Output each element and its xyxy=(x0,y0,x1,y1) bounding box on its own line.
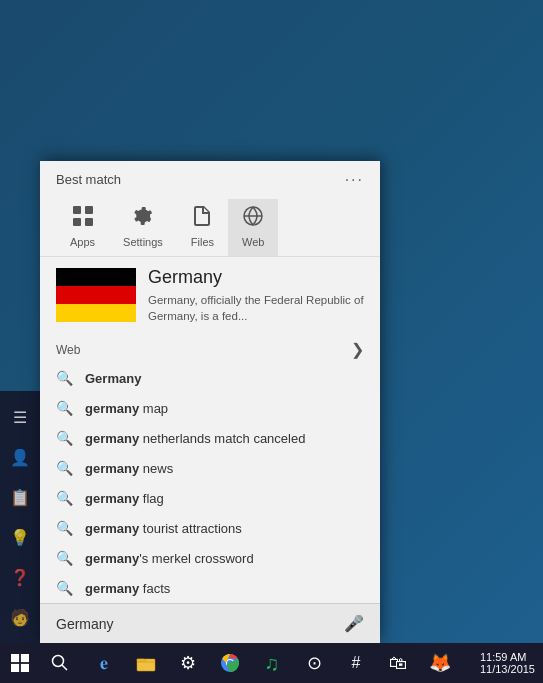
search-icon-0: 🔍 xyxy=(56,370,73,386)
search-icon-1: 🔍 xyxy=(56,400,73,416)
taskbar-right: 11:59 AM11/13/2015 xyxy=(480,651,543,675)
flag-stripe-yellow xyxy=(56,304,136,322)
search-icon-4: 🔍 xyxy=(56,490,73,506)
sidebar-icon-bulb[interactable]: 💡 xyxy=(2,519,38,555)
svg-rect-6 xyxy=(11,654,19,662)
best-match-result[interactable]: Germany Germany, officially the Federal … xyxy=(40,257,380,334)
web-section-arrow[interactable]: ❯ xyxy=(351,340,364,359)
taskbar-spotify-icon[interactable]: ♫ xyxy=(252,643,292,683)
files-tab-icon xyxy=(193,205,211,232)
best-match-description: Germany, officially the Federal Republic… xyxy=(148,292,364,324)
chrome-icon xyxy=(220,653,240,673)
search-icon-2: 🔍 xyxy=(56,430,73,446)
svg-rect-7 xyxy=(21,654,29,662)
start-menu: Best match ··· Apps xyxy=(40,161,380,643)
flag-stripe-red xyxy=(56,286,136,304)
svg-rect-8 xyxy=(11,664,19,672)
sidebar-icon-file[interactable]: 📋 xyxy=(2,479,38,515)
sidebar-icon-person[interactable]: 🧑 xyxy=(2,599,38,635)
search-bar: 🎤 xyxy=(40,603,380,643)
windows-logo-icon xyxy=(11,654,29,672)
tab-settings[interactable]: Settings xyxy=(109,199,177,256)
tab-apps-label: Apps xyxy=(70,236,95,248)
sidebar-icon-help[interactable]: ❓ xyxy=(2,559,38,595)
taskbar-edge-icon[interactable]: 𝐞 xyxy=(84,643,124,683)
microphone-icon[interactable]: 🎤 xyxy=(344,614,364,633)
search-input[interactable] xyxy=(56,616,344,632)
sidebar-icon-user[interactable]: 👤 xyxy=(2,439,38,475)
best-match-info: Germany Germany, officially the Federal … xyxy=(148,267,364,324)
tab-web-label: Web xyxy=(242,236,264,248)
tab-settings-label: Settings xyxy=(123,236,163,248)
result-text-0: Germany xyxy=(85,371,141,386)
file-explorer-icon xyxy=(136,654,156,672)
web-tab-icon xyxy=(242,205,264,232)
result-item-5[interactable]: 🔍 germany tourist attractions xyxy=(40,513,380,543)
result-text-3: germany news xyxy=(85,461,173,476)
left-sidebar: ☰ 👤 📋 💡 ❓ 🧑 xyxy=(0,391,40,643)
svg-point-10 xyxy=(53,656,64,667)
desktop: ☰ 👤 📋 💡 ❓ 🧑 Best match ··· xyxy=(0,0,543,683)
taskbar-search-button[interactable] xyxy=(40,643,80,683)
taskbar-pinned-apps: 𝐞 ⚙ ♫ ⊙ # xyxy=(84,643,460,683)
menu-header: Best match ··· xyxy=(40,161,380,195)
web-section-header: Web ❯ xyxy=(40,334,380,363)
web-section-title: Web xyxy=(56,343,80,357)
start-button[interactable] xyxy=(0,643,40,683)
taskbar-firefox-icon[interactable]: 🦊 xyxy=(420,643,460,683)
svg-rect-3 xyxy=(85,218,93,226)
tab-files-label: Files xyxy=(191,236,214,248)
best-match-label: Best match xyxy=(56,172,121,187)
result-text-5: germany tourist attractions xyxy=(85,521,242,536)
taskbar-time: 11:59 AM11/13/2015 xyxy=(480,651,535,675)
result-item-0[interactable]: 🔍 Germany xyxy=(40,363,380,393)
result-item-3[interactable]: 🔍 germany news xyxy=(40,453,380,483)
taskbar-chrome-icon[interactable] xyxy=(210,643,250,683)
result-item-6[interactable]: 🔍 germany's merkel crossword xyxy=(40,543,380,573)
result-text-7: germany facts xyxy=(85,581,170,596)
tab-apps[interactable]: Apps xyxy=(56,199,109,256)
svg-rect-2 xyxy=(73,218,81,226)
search-icon-7: 🔍 xyxy=(56,580,73,596)
result-item-2[interactable]: 🔍 germany netherlands match canceled xyxy=(40,423,380,453)
svg-line-11 xyxy=(62,665,67,670)
sidebar-icon-hamburger[interactable]: ☰ xyxy=(2,399,38,435)
tab-web[interactable]: Web xyxy=(228,199,278,256)
more-options-button[interactable]: ··· xyxy=(345,171,364,189)
result-item-4[interactable]: 🔍 germany flag xyxy=(40,483,380,513)
taskbar-store-icon[interactable]: 🛍 xyxy=(378,643,418,683)
result-text-2: germany netherlands match canceled xyxy=(85,431,305,446)
germany-flag xyxy=(56,268,136,322)
tab-files[interactable]: Files xyxy=(177,199,228,256)
result-text-1: germany map xyxy=(85,401,168,416)
search-icon-3: 🔍 xyxy=(56,460,73,476)
taskbar-hashtag-icon[interactable]: # xyxy=(336,643,376,683)
svg-rect-1 xyxy=(85,206,93,214)
results-list: 🔍 Germany 🔍 germany map 🔍 germany nether… xyxy=(40,363,380,603)
best-match-name: Germany xyxy=(148,267,364,288)
result-text-4: germany flag xyxy=(85,491,164,506)
search-icon-6: 🔍 xyxy=(56,550,73,566)
search-icon xyxy=(51,654,69,672)
taskbar-explorer-icon[interactable] xyxy=(126,643,166,683)
flag-stripe-black xyxy=(56,268,136,286)
result-item-1[interactable]: 🔍 germany map xyxy=(40,393,380,423)
menu-tabs: Apps Settings Files xyxy=(40,195,380,257)
result-text-6: germany's merkel crossword xyxy=(85,551,254,566)
apps-tab-icon xyxy=(72,205,94,232)
taskbar-settings-icon[interactable]: ⚙ xyxy=(168,643,208,683)
result-item-7[interactable]: 🔍 germany facts xyxy=(40,573,380,603)
settings-tab-icon xyxy=(132,205,154,232)
svg-rect-9 xyxy=(21,664,29,672)
svg-rect-0 xyxy=(73,206,81,214)
search-icon-5: 🔍 xyxy=(56,520,73,536)
taskbar: 𝐞 ⚙ ♫ ⊙ # xyxy=(0,643,543,683)
taskbar-circle-icon[interactable]: ⊙ xyxy=(294,643,334,683)
